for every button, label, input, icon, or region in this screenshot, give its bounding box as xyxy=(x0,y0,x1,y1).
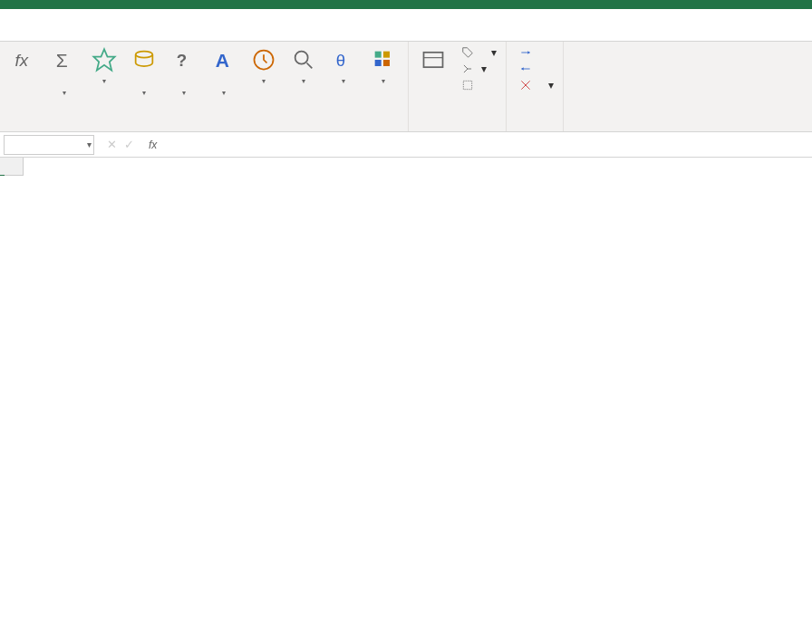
theta-icon: θ xyxy=(331,47,356,72)
tag-icon xyxy=(461,46,474,59)
svg-point-3 xyxy=(136,52,153,58)
define-name-button[interactable]: ▾ xyxy=(458,45,500,60)
defined-names-group-label xyxy=(414,128,500,130)
recently-used-label: ▾ xyxy=(102,74,106,86)
date-time-label: ▾ xyxy=(262,74,266,86)
financial-icon xyxy=(131,47,157,72)
cancel-icon[interactable]: ✕ xyxy=(107,138,117,151)
select-all-corner[interactable] xyxy=(0,158,24,176)
svg-marker-20 xyxy=(521,67,523,71)
clock-icon xyxy=(251,47,276,72)
svg-point-7 xyxy=(295,52,308,64)
date-time-button[interactable]: ▾ xyxy=(245,45,283,88)
svg-rect-10 xyxy=(375,52,382,58)
enter-icon[interactable]: ✓ xyxy=(124,138,134,151)
svg-rect-14 xyxy=(424,53,443,67)
autosum-button[interactable]: Σ ▾ xyxy=(45,45,83,100)
svg-rect-16 xyxy=(463,81,471,89)
star-icon xyxy=(92,47,117,72)
financial-button[interactable]: ▾ xyxy=(125,45,163,100)
lookup-ref-label: ▾ xyxy=(302,74,305,86)
svg-text:Σ: Σ xyxy=(56,50,68,71)
lookup-ref-button[interactable]: ▾ xyxy=(285,45,323,88)
formula-bar-buttons: ✕ ✓ xyxy=(98,138,143,151)
function-library-group-label xyxy=(5,128,402,130)
ribbon: fx Σ ▾ ▾ ▾ ? ▾ A ▾ xyxy=(0,42,812,132)
trace-prec-icon xyxy=(519,46,532,59)
svg-text:A: A xyxy=(216,50,229,71)
ribbon-tabs xyxy=(0,9,812,42)
svg-text:θ: θ xyxy=(336,51,345,70)
lookup-icon xyxy=(291,47,316,72)
logical-label: ▾ xyxy=(182,74,186,98)
svg-rect-11 xyxy=(383,52,390,58)
fx-icon[interactable]: fx xyxy=(143,139,162,151)
more-functions-button[interactable]: ▾ xyxy=(364,45,402,88)
autosum-label: ▾ xyxy=(63,74,66,98)
remove-arrows-icon xyxy=(519,79,532,91)
trace-dep-icon xyxy=(519,62,532,75)
recently-used-button[interactable]: ▾ xyxy=(85,45,123,88)
name-manager-icon xyxy=(420,47,446,72)
use-in-formula-button[interactable]: ▾ xyxy=(458,62,500,76)
more-icon xyxy=(371,47,396,72)
insert-function-button[interactable]: fx xyxy=(5,45,44,76)
text-icon: A xyxy=(211,47,237,72)
math-trig-label: ▾ xyxy=(342,74,345,86)
math-trig-button[interactable]: θ ▾ xyxy=(324,45,362,88)
svg-marker-18 xyxy=(527,51,529,54)
formula-bar: ▾ ✕ ✓ fx xyxy=(0,132,812,158)
trace-dependents-button[interactable] xyxy=(516,62,558,76)
svg-line-8 xyxy=(307,63,313,69)
title-bar xyxy=(0,0,812,9)
chevron-down-icon: ▾ xyxy=(87,139,92,149)
formula-icon xyxy=(461,62,474,75)
svg-rect-13 xyxy=(383,60,390,66)
svg-text:fx: fx xyxy=(15,51,29,70)
formula-auditing-group-label xyxy=(512,128,558,130)
financial-label: ▾ xyxy=(142,74,146,98)
logical-icon: ? xyxy=(171,47,197,72)
create-from-selection-button[interactable] xyxy=(458,78,500,92)
svg-rect-12 xyxy=(375,60,382,66)
selection-icon xyxy=(461,79,474,91)
logical-button[interactable]: ? ▾ xyxy=(165,45,203,100)
remove-arrows-button[interactable]: ▾ xyxy=(516,78,558,92)
svg-text:?: ? xyxy=(177,51,187,70)
more-functions-label: ▾ xyxy=(382,74,385,86)
spreadsheet-grid[interactable] xyxy=(0,158,812,176)
fx-icon: fx xyxy=(12,47,37,72)
sigma-icon: Σ xyxy=(52,47,77,72)
name-box[interactable]: ▾ xyxy=(4,135,94,155)
text-label: ▾ xyxy=(222,74,226,98)
name-manager-button[interactable] xyxy=(414,45,452,76)
trace-precedents-button[interactable] xyxy=(516,45,558,60)
svg-marker-2 xyxy=(93,49,114,70)
text-button[interactable]: A ▾ xyxy=(205,45,243,100)
